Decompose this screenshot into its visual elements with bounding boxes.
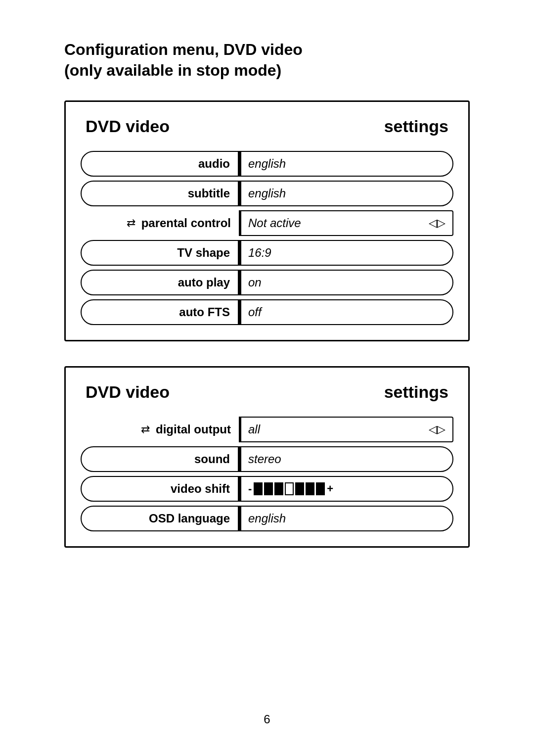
menu1-rows: audio english subtitle english ⇄ parenta…: [81, 151, 453, 325]
arrow-icon: ◁▷: [429, 423, 445, 436]
shift-block-5: [295, 482, 304, 495]
menu-header-2: DVD video settings: [81, 382, 453, 402]
row-value-cell: all ◁▷: [240, 417, 453, 442]
row-value-cell: english: [240, 181, 453, 206]
row-value-cell: english: [240, 506, 453, 531]
row-label-cell: video shift: [81, 476, 239, 502]
menu-box-2: DVD video settings ⇄ digital output all …: [64, 366, 470, 548]
menu1-title-right: settings: [384, 117, 448, 136]
row-value-cell: english: [240, 151, 453, 177]
row-label-cell: audio: [81, 151, 239, 177]
page-number: 6: [264, 703, 270, 726]
row-value: english: [248, 157, 286, 171]
menu2-rows: ⇄ digital output all ◁▷ sound stereo vid…: [81, 417, 453, 531]
row-label: TV shape: [177, 246, 230, 260]
table-row: auto FTS off: [81, 299, 453, 325]
row-label: digital output: [156, 423, 231, 436]
row-value: 16:9: [248, 246, 271, 260]
row-label-cell: ⇄ parental control: [81, 210, 239, 236]
table-row-sound: sound stereo: [81, 446, 453, 472]
row-value-cell: on: [240, 270, 453, 295]
shift-block-2: [264, 482, 273, 495]
table-row-osd-language: OSD language english: [81, 506, 453, 531]
table-row: auto play on: [81, 270, 453, 295]
menu2-title-right: settings: [384, 382, 448, 402]
shift-block-4: [285, 482, 294, 495]
row-value: english: [248, 512, 286, 525]
parental-icon: ⇄: [141, 423, 150, 436]
row-label-cell: TV shape: [81, 240, 239, 266]
row-label: auto FTS: [179, 305, 230, 319]
row-label: auto play: [178, 276, 230, 289]
arrow-icon: ◁▷: [429, 217, 445, 230]
table-row-parental: ⇄ parental control Not active ◁▷: [81, 210, 453, 236]
table-row-digital-output: ⇄ digital output all ◁▷: [81, 417, 453, 442]
row-label-cell: ⇄ digital output: [81, 417, 239, 442]
row-value-cell: 16:9: [240, 240, 453, 266]
row-value-cell: stereo: [240, 446, 453, 472]
menu2-title-left: DVD video: [86, 382, 170, 402]
table-row-video-shift: video shift - +: [81, 476, 453, 502]
shift-blocks: [254, 482, 325, 495]
page-title: Configuration menu, DVD video (only avai…: [64, 40, 470, 81]
row-label-cell: sound: [81, 446, 239, 472]
menu-header-1: DVD video settings: [81, 117, 453, 136]
row-label-cell: subtitle: [81, 181, 239, 206]
video-shift-indicator: - +: [248, 482, 333, 495]
row-label: video shift: [171, 482, 230, 496]
shift-plus-label: +: [327, 482, 333, 495]
page-title-block: Configuration menu, DVD video (only avai…: [64, 40, 470, 81]
shift-block-6: [306, 482, 314, 495]
row-label: parental control: [141, 216, 231, 230]
row-value: off: [248, 305, 262, 319]
shift-block-1: [254, 482, 263, 495]
parental-icon: ⇄: [127, 217, 135, 230]
row-value: english: [248, 187, 286, 200]
row-label: audio: [198, 157, 230, 171]
row-value: on: [248, 276, 262, 289]
table-row: subtitle english: [81, 181, 453, 206]
shift-minus-label: -: [248, 482, 252, 495]
row-label-cell: auto FTS: [81, 299, 239, 325]
row-label-cell: auto play: [81, 270, 239, 295]
table-row: audio english: [81, 151, 453, 177]
row-value-cell: Not active ◁▷: [240, 210, 453, 236]
row-value: stereo: [248, 452, 281, 466]
row-value-cell: - +: [240, 476, 453, 502]
menu-box-1: DVD video settings audio english subtitl…: [64, 100, 470, 341]
shift-block-3: [274, 482, 283, 495]
row-label: sound: [194, 452, 230, 466]
row-label: OSD language: [149, 512, 230, 525]
menu1-title-left: DVD video: [86, 117, 170, 136]
row-label-cell: OSD language: [81, 506, 239, 531]
row-value: Not active: [248, 216, 301, 230]
row-value: all: [248, 423, 260, 436]
row-value-cell: off: [240, 299, 453, 325]
shift-block-7: [316, 482, 325, 495]
row-label: subtitle: [188, 187, 230, 200]
table-row: TV shape 16:9: [81, 240, 453, 266]
